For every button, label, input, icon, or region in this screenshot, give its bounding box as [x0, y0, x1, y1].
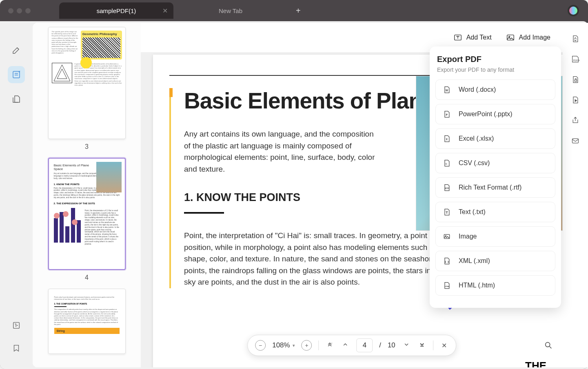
export-label: Rich Text Format (.rtf) — [459, 184, 521, 191]
zoom-in-button[interactable]: + — [302, 340, 312, 351]
export-label: XML (.xml) — [459, 257, 490, 265]
pdfa-icon[interactable]: PDF/A — [571, 55, 580, 64]
zoom-value[interactable]: 108% ▾ — [272, 341, 295, 349]
export-label: Excel (.xlsx) — [459, 135, 494, 142]
page-slash: / — [379, 341, 381, 349]
export-label: HTML (.htm) — [459, 282, 495, 289]
powerpoint-icon: P — [442, 110, 451, 119]
xml-icon — [442, 256, 451, 265]
svg-text:X: X — [446, 138, 448, 141]
thumbnails-panel: The specific point of the image can be r… — [33, 23, 141, 367]
export-item-rtf[interactable]: RTF Rich Text Format (.rtf) — [435, 177, 555, 198]
highlighter-icon[interactable] — [8, 42, 25, 59]
bookmark-icon[interactable] — [8, 340, 25, 357]
export-label: CSV (.csv) — [459, 159, 490, 167]
export-item-word[interactable]: W Word (.docx) — [435, 80, 555, 100]
zoom-out-button[interactable]: − — [255, 340, 266, 351]
annotate-icon[interactable] — [8, 66, 25, 83]
export-item-excel[interactable]: X Excel (.xlsx) — [435, 128, 555, 149]
export-subtitle: Export your PDF to any format — [435, 66, 555, 73]
share-icon[interactable] — [571, 116, 580, 125]
page-body: Point, the interpretation of "Ci Hai" is… — [184, 230, 470, 288]
close-icon[interactable]: ✕ — [162, 7, 168, 15]
export-item-csv[interactable]: C CSV (.csv) — [435, 153, 555, 173]
page-thumbnail-selected[interactable]: Basic Elements of Plane Space Any art co… — [48, 158, 126, 270]
export-item-txt[interactable]: Text (.txt) — [435, 202, 555, 222]
add-image-button[interactable]: Add Image — [506, 33, 550, 42]
page-thumbnail[interactable]: The specific point of the image can be r… — [48, 27, 126, 139]
export-label: Image — [459, 233, 477, 240]
right-sidebar: PDF/A — [563, 23, 588, 367]
excel-icon: X — [442, 134, 451, 143]
first-page-button[interactable] — [326, 342, 335, 349]
page-bottom-heading: THE DOT — [524, 360, 546, 367]
export-item-html[interactable]: HTML HTML (.htm) — [435, 275, 555, 296]
mail-icon[interactable] — [571, 136, 580, 145]
tab-bar: samplePDF(1) ✕ New Tab + — [59, 0, 301, 21]
svg-rect-12 — [575, 80, 577, 82]
thumb-number: 3 — [39, 143, 135, 150]
traffic-lights — [8, 8, 31, 13]
export-item-powerpoint[interactable]: P PowerPoint (.pptx) — [435, 104, 555, 124]
last-page-button[interactable] — [417, 342, 426, 349]
page-total: 10 — [388, 341, 395, 349]
image-icon — [442, 232, 451, 241]
minimize-window[interactable] — [17, 8, 22, 13]
toolbar-label: Add Image — [519, 34, 550, 41]
svg-text:W: W — [446, 89, 448, 92]
thumb-label: String — [54, 328, 120, 334]
word-icon: W — [442, 85, 451, 94]
svg-text:P: P — [446, 113, 448, 116]
play-file-icon[interactable] — [571, 95, 580, 104]
export-label: Text (.txt) — [459, 208, 486, 216]
pages-icon[interactable] — [8, 91, 25, 108]
add-tab-button[interactable]: + — [296, 6, 301, 15]
tab-active[interactable]: samplePDF(1) ✕ — [59, 2, 173, 19]
svg-point-20 — [446, 236, 446, 236]
page-number-input[interactable]: 4 — [357, 338, 373, 352]
caret-down-icon: ▾ — [293, 343, 295, 348]
next-page-button[interactable] — [402, 342, 411, 349]
page-thumbnail[interactable]: Points also have dominant and recessive … — [48, 289, 126, 354]
svg-text:HTML: HTML — [445, 285, 450, 287]
ocr-icon[interactable] — [8, 317, 25, 334]
csv-icon: C — [442, 159, 451, 168]
export-item-xml[interactable]: XML (.xml) — [435, 251, 555, 271]
lock-file-icon[interactable] — [571, 75, 580, 84]
svg-text:RTF: RTF — [445, 187, 449, 190]
txt-icon — [442, 208, 451, 217]
prev-page-button[interactable] — [341, 342, 350, 349]
close-window[interactable] — [8, 8, 13, 13]
svg-rect-0 — [13, 71, 20, 78]
export-title: Export PDF — [435, 55, 555, 64]
svg-marker-3 — [57, 69, 67, 79]
html-icon: HTML — [442, 281, 451, 290]
export-label: Word (.docx) — [459, 86, 496, 93]
export-panel: Export PDF Export your PDF to any format… — [430, 46, 561, 308]
svg-text:PDF/A: PDF/A — [573, 59, 580, 62]
left-sidebar — [0, 21, 33, 369]
thumb-heading: 3. THE COMPOSITION OF POINTS — [54, 303, 120, 305]
zoom-bar: − 108% ▾ + 4 / 10 — [247, 335, 456, 356]
convert-icon[interactable] — [571, 34, 580, 43]
tab-title: samplePDF(1) — [97, 7, 136, 14]
toolbar-label: Add Text — [466, 34, 492, 41]
app-icon[interactable] — [568, 5, 579, 16]
svg-text:C: C — [446, 163, 448, 165]
thumb-title: Geometric Philosophy — [82, 32, 120, 36]
add-text-button[interactable]: Add Text — [453, 33, 492, 42]
close-zoom-button[interactable]: ✕ — [440, 342, 448, 349]
thumb-heading: 2. THE EXPRESSION OF THE DOTS — [54, 202, 120, 205]
svg-rect-13 — [572, 139, 579, 143]
page-intro: Any art contains its own language, and t… — [184, 128, 380, 175]
svg-rect-1 — [13, 323, 20, 329]
titlebar: samplePDF(1) ✕ New Tab + — [0, 0, 588, 21]
thumb-number: 4 — [39, 274, 135, 281]
search-icon[interactable] — [544, 341, 553, 352]
rtf-icon: RTF — [442, 183, 451, 192]
tab-new[interactable]: New Tab — [173, 2, 288, 19]
export-item-image[interactable]: Image — [435, 226, 555, 247]
export-label: PowerPoint (.pptx) — [459, 110, 513, 118]
svg-point-9 — [546, 342, 550, 347]
maximize-window[interactable] — [25, 8, 31, 13]
